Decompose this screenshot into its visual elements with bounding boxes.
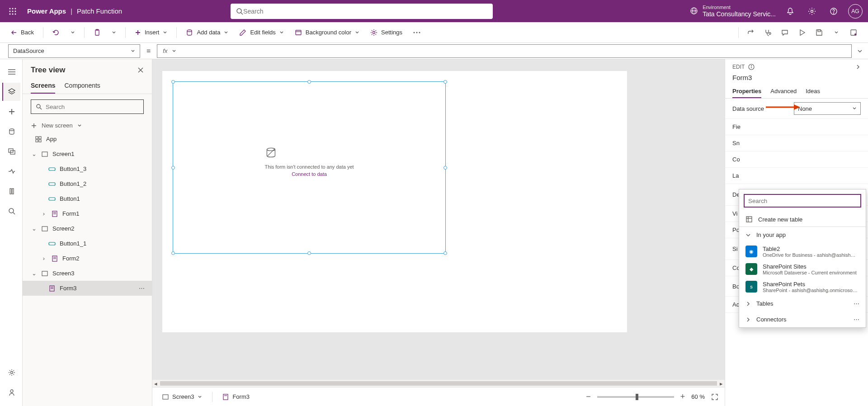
ds-section-connectors[interactable]: Connectors ⋯ bbox=[739, 312, 866, 327]
svg-point-7 bbox=[12, 13, 14, 14]
property-selector[interactable]: DataSource bbox=[8, 44, 140, 58]
tab-properties[interactable]: Properties bbox=[732, 85, 761, 98]
tab-components[interactable]: Components bbox=[64, 78, 100, 94]
tree-node-screen1[interactable]: ⌄ Screen1 bbox=[23, 146, 152, 161]
share-button[interactable] bbox=[742, 24, 759, 41]
connect-data-link[interactable]: Connect to data bbox=[264, 171, 354, 177]
ds-item-sharepoint-pets[interactable]: s SharePoint PetsSharePoint - ashish@ash… bbox=[739, 278, 866, 296]
rail-flows[interactable] bbox=[2, 162, 20, 180]
expand-pane[interactable] bbox=[855, 64, 861, 70]
comments-button[interactable] bbox=[777, 24, 793, 41]
rail-variables[interactable] bbox=[2, 182, 20, 200]
zoom-slider[interactable] bbox=[597, 396, 674, 398]
ds-search-input[interactable] bbox=[748, 198, 857, 204]
tab-ideas[interactable]: Ideas bbox=[806, 85, 820, 98]
svg-point-9 bbox=[237, 9, 241, 13]
publish-button[interactable] bbox=[845, 24, 862, 41]
edit-fields-button[interactable]: Edit fields bbox=[235, 26, 288, 39]
publish-icon bbox=[849, 28, 858, 37]
ds-connectors-more[interactable]: ⋯ bbox=[854, 316, 859, 323]
undo-dropdown[interactable] bbox=[66, 28, 80, 38]
checker-button[interactable] bbox=[760, 24, 776, 41]
tree-node-form1[interactable]: › Form1 bbox=[23, 206, 152, 221]
tree-node-form3[interactable]: Form3 ⋯ bbox=[23, 281, 152, 296]
tree-node-button1-3[interactable]: Button1_3 bbox=[23, 161, 152, 176]
settings-icon[interactable] bbox=[805, 4, 819, 19]
tree-node-screen3[interactable]: ⌄ Screen3 bbox=[23, 266, 152, 281]
svg-point-33 bbox=[9, 129, 14, 131]
tree-node-button1-1[interactable]: Button1_1 bbox=[23, 236, 152, 251]
svg-point-41 bbox=[10, 390, 13, 392]
preview-button[interactable] bbox=[794, 24, 810, 41]
formula-input-wrap[interactable]: fx bbox=[157, 44, 852, 58]
svg-point-16 bbox=[833, 13, 834, 13]
tree-close[interactable] bbox=[137, 67, 144, 73]
rail-hamburger[interactable] bbox=[2, 63, 20, 81]
rail-settings[interactable] bbox=[2, 364, 20, 382]
canvas-hscroll[interactable]: ◂ ▸ bbox=[152, 380, 725, 387]
info-icon[interactable] bbox=[748, 64, 755, 70]
ds-item-sharepoint-sites[interactable]: ◆ SharePoint SitesMicrosoft Dataverse - … bbox=[739, 260, 866, 278]
data-source-dropdown[interactable]: None bbox=[794, 102, 861, 115]
more-commands[interactable] bbox=[409, 29, 425, 36]
settings-button[interactable]: Settings bbox=[366, 26, 407, 39]
formula-input[interactable] bbox=[181, 47, 846, 54]
global-search-input[interactable] bbox=[243, 8, 487, 15]
layers-icon bbox=[8, 88, 16, 96]
save-dropdown[interactable] bbox=[828, 24, 844, 41]
undo-button[interactable] bbox=[48, 26, 64, 39]
rail-feedback[interactable] bbox=[2, 383, 20, 401]
tree-node-screen2[interactable]: ⌄ Screen2 bbox=[23, 221, 152, 236]
tree-search[interactable] bbox=[31, 99, 144, 114]
rail-insert[interactable] bbox=[2, 103, 20, 121]
hamburger-icon bbox=[8, 69, 16, 75]
svg-point-5 bbox=[15, 10, 16, 12]
zoom-in[interactable]: + bbox=[680, 392, 685, 401]
ds-tables-more[interactable]: ⋯ bbox=[854, 300, 859, 307]
zoom-value: 60 bbox=[691, 393, 698, 400]
global-search[interactable] bbox=[231, 4, 493, 19]
tree-node-form2[interactable]: › Form2 bbox=[23, 251, 152, 266]
create-new-table[interactable]: Create new table bbox=[739, 212, 866, 227]
save-button[interactable] bbox=[811, 24, 827, 41]
form-icon bbox=[51, 255, 59, 262]
tree-node-more[interactable]: ⋯ bbox=[139, 285, 145, 292]
fit-to-window[interactable] bbox=[711, 393, 718, 401]
ds-item-table2[interactable]: ◉ Table2OneDrive for Business - ashish@a… bbox=[739, 243, 866, 260]
rail-tree-view[interactable] bbox=[2, 83, 20, 101]
add-data-button[interactable]: Add data bbox=[181, 26, 233, 39]
tree-node-button1[interactable]: Button1 bbox=[23, 191, 152, 206]
breadcrumb-screen[interactable]: Screen3 bbox=[159, 392, 206, 402]
help-icon[interactable] bbox=[826, 4, 841, 19]
chevron-right-icon bbox=[745, 317, 751, 322]
tab-advanced[interactable]: Advanced bbox=[770, 85, 797, 98]
canvas-artboard[interactable]: This form isn't connected to any data ye… bbox=[162, 71, 627, 332]
tree-node-button1-2[interactable]: Button1_2 bbox=[23, 176, 152, 191]
formula-expand[interactable] bbox=[852, 48, 868, 54]
bg-color-button[interactable]: Background color bbox=[290, 26, 364, 39]
rail-data[interactable] bbox=[2, 123, 20, 141]
waffle-icon[interactable] bbox=[5, 4, 20, 19]
svg-point-0 bbox=[9, 8, 11, 9]
breadcrumb-form[interactable]: Form3 bbox=[219, 392, 253, 402]
user-avatar[interactable]: AG bbox=[848, 4, 863, 19]
insert-button[interactable]: Insert bbox=[130, 26, 172, 38]
tree-search-input[interactable] bbox=[46, 104, 139, 110]
ds-search[interactable] bbox=[744, 194, 861, 208]
rail-media[interactable] bbox=[2, 142, 20, 161]
form3-control[interactable]: This form isn't connected to any data ye… bbox=[173, 81, 446, 254]
zoom-out[interactable]: − bbox=[586, 392, 591, 401]
svg-point-71 bbox=[751, 66, 752, 66]
tab-screens[interactable]: Screens bbox=[31, 78, 55, 94]
rail-search[interactable] bbox=[2, 202, 20, 220]
notifications-icon[interactable] bbox=[783, 4, 797, 19]
back-button[interactable]: Back bbox=[6, 26, 38, 38]
paste-dropdown[interactable] bbox=[107, 28, 121, 38]
stethoscope-icon bbox=[764, 28, 772, 37]
new-screen-button[interactable]: New screen bbox=[23, 119, 152, 132]
tree-node-app[interactable]: App bbox=[23, 132, 152, 146]
environment-picker[interactable]: Environment Tata Consultancy Servic... bbox=[690, 5, 776, 18]
ds-section-tables[interactable]: Tables ⋯ bbox=[739, 296, 866, 312]
ds-section-in-your-app[interactable]: In your app bbox=[739, 227, 866, 243]
paste-button[interactable] bbox=[89, 26, 105, 39]
